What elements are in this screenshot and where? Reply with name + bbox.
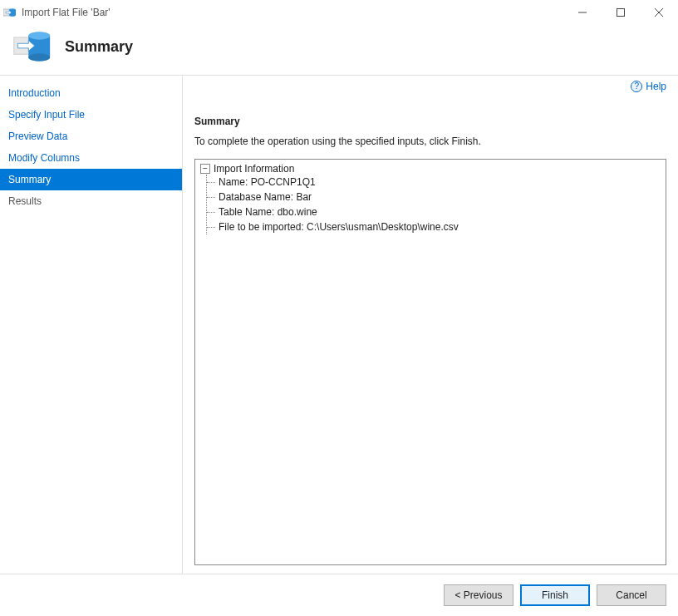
sidebar-item-results[interactable]: Results bbox=[0, 190, 182, 212]
tree-item: Database Name: Bar bbox=[207, 190, 661, 205]
sidebar-item-preview-data[interactable]: Preview Data bbox=[0, 126, 182, 147]
maximize-button[interactable] bbox=[602, 0, 640, 25]
previous-button[interactable]: < Previous bbox=[444, 584, 513, 606]
footer: < Previous Finish Cancel bbox=[0, 574, 678, 616]
sidebar-item-summary[interactable]: Summary bbox=[0, 169, 182, 190]
tree-collapse-icon[interactable]: − bbox=[200, 164, 210, 174]
window-title: Import Flat File 'Bar' bbox=[22, 7, 563, 18]
sidebar-item-introduction[interactable]: Introduction bbox=[0, 82, 182, 104]
tree-root-label: Import Information bbox=[214, 163, 294, 175]
close-button[interactable] bbox=[640, 0, 678, 25]
tree-item: Table Name: dbo.wine bbox=[207, 205, 661, 219]
help-row: ? Help bbox=[194, 81, 666, 92]
minimize-button[interactable] bbox=[563, 0, 602, 25]
tree-children: Name: PO-CCNP1Q1 Database Name: Bar Tabl… bbox=[206, 175, 661, 234]
tree-item: File to be imported: C:\Users\usman\Desk… bbox=[207, 219, 661, 234]
svg-point-3 bbox=[9, 13, 16, 17]
sidebar-item-modify-columns[interactable]: Modify Columns bbox=[0, 147, 182, 169]
help-link[interactable]: ? Help bbox=[631, 81, 666, 92]
svg-point-11 bbox=[28, 53, 50, 61]
svg-rect-6 bbox=[617, 9, 625, 17]
sidebar: Introduction Specify Input File Preview … bbox=[0, 76, 183, 574]
tree-item: Name: PO-CCNP1Q1 bbox=[207, 175, 661, 190]
titlebar: Import Flat File 'Bar' bbox=[0, 0, 678, 25]
help-icon: ? bbox=[631, 81, 642, 92]
section-title: Summary bbox=[194, 116, 666, 127]
cancel-button[interactable]: Cancel bbox=[597, 584, 666, 606]
header-db-icon bbox=[12, 27, 52, 67]
main-content: ? Help Summary To complete the operation… bbox=[183, 76, 678, 574]
summary-tree: − Import Information Name: PO-CCNP1Q1 Da… bbox=[194, 159, 666, 565]
window-controls bbox=[563, 0, 678, 25]
svg-point-12 bbox=[28, 32, 50, 39]
header: Summary bbox=[0, 25, 678, 75]
finish-button[interactable]: Finish bbox=[520, 584, 590, 606]
section-desc: To complete the operation using the spec… bbox=[194, 136, 666, 147]
app-icon bbox=[3, 6, 17, 19]
body: Introduction Specify Input File Preview … bbox=[0, 75, 678, 574]
page-title: Summary bbox=[65, 38, 133, 56]
tree-root: − Import Information bbox=[200, 163, 661, 175]
sidebar-item-specify-input-file[interactable]: Specify Input File bbox=[0, 104, 182, 126]
help-label: Help bbox=[646, 81, 666, 92]
